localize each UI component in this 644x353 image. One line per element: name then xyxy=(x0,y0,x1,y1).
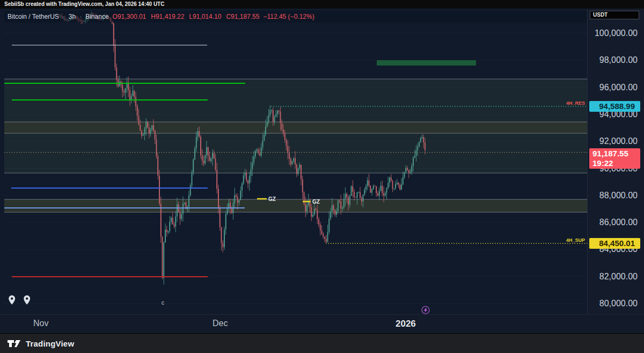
price-tick-label: 80,000.00 xyxy=(599,299,638,308)
last-price-chip: 91,187.5519:22 xyxy=(589,148,640,169)
ohlc-item: H91,419.22 xyxy=(151,13,184,20)
legend-separator: · xyxy=(63,13,65,20)
price-tick-label: 92,000.00 xyxy=(599,136,638,146)
map-pin-icon xyxy=(9,296,15,305)
ohlc-values: O91,300.01H91,419.22L91,014.10C91,187.55 xyxy=(113,13,260,20)
symbol-legend: Bitcoin / TetherUS · 3h · Binance O91,30… xyxy=(4,11,587,23)
time-tick-Dec: Dec xyxy=(213,319,228,328)
exchange-label: Binance xyxy=(85,13,108,20)
svg-text:4H_RES: 4H_RES xyxy=(566,100,585,106)
attribution-bar: SebiiSb created with TradingView.com, Ja… xyxy=(0,0,644,9)
time-axis[interactable]: NovDec2026 xyxy=(0,314,644,333)
price-tick-label: 88,000.00 xyxy=(599,191,638,200)
symbol-name[interactable]: Bitcoin / TetherUS xyxy=(8,13,59,20)
price-tick-label: 100,000.00 xyxy=(595,28,638,38)
tradingview-logo-icon[interactable] xyxy=(8,338,21,349)
year-event-icon xyxy=(422,306,429,314)
svg-text:4H_SUP: 4H_SUP xyxy=(566,237,585,243)
change-value: −112.45 (−0.12%) xyxy=(263,13,314,20)
ohlc-item: L91,014.10 xyxy=(189,13,221,20)
candlestick-chart[interactable]: 4H_RES4H_SUPGZGZc xyxy=(0,9,588,314)
low-label: c xyxy=(162,300,164,306)
interval-label[interactable]: 3h xyxy=(69,13,76,20)
ohlc-item: C91,187.55 xyxy=(226,13,259,20)
map-pin-icon xyxy=(24,296,30,305)
sup-price-chip: 84,450.01 xyxy=(589,238,640,249)
ohlc-item: O91,300.01 xyxy=(113,13,147,20)
legend-separator: · xyxy=(79,13,82,20)
time-tick-Nov: Nov xyxy=(33,319,48,328)
price-tick-label: 86,000.00 xyxy=(599,218,638,227)
svg-text:GZ: GZ xyxy=(268,196,276,202)
price-tick-label: 82,000.00 xyxy=(599,272,638,282)
attribution-text: SebiiSb created with TradingView.com, Ja… xyxy=(4,1,164,7)
bottom-toolbar: TradingView xyxy=(0,333,644,353)
tradingview-brand-text[interactable]: TradingView xyxy=(26,339,74,348)
chart-pane[interactable]: 4H_RES4H_SUPGZGZc Bitcoin / TetherUS · 3… xyxy=(0,9,588,314)
svg-text:GZ: GZ xyxy=(312,199,320,205)
tradingview-chart-window: SebiiSb created with TradingView.com, Ja… xyxy=(0,0,644,353)
price-axis[interactable]: USDT 100,000.0098,000.0096,000.0094,000.… xyxy=(588,9,644,314)
price-tick-label: 98,000.00 xyxy=(599,55,638,65)
res-price-chip: 94,588.99 xyxy=(589,101,640,112)
time-tick-2026: 2026 xyxy=(396,319,416,329)
price-tick-label: 96,000.00 xyxy=(599,83,638,92)
currency-badge[interactable]: USDT xyxy=(590,11,639,19)
